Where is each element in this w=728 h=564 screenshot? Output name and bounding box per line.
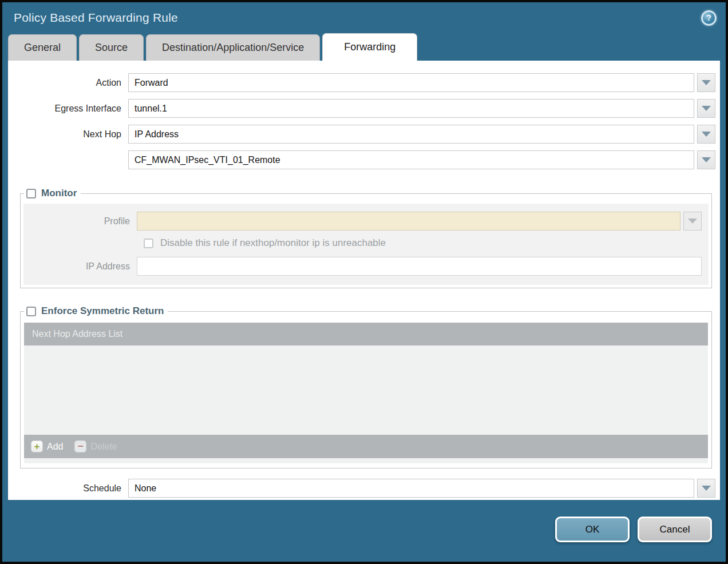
tab-forwarding[interactable]: Forwarding [322,33,417,61]
disable-rule-label: Disable this rule if nexthop/monitor ip … [160,237,386,249]
chevron-down-icon [702,132,711,137]
egress-interface-dropdown-button[interactable] [697,99,715,118]
symmetric-return-legend-label: Enforce Symmetric Return [41,305,164,317]
symmetric-return-legend: Enforce Symmetric Return [24,305,168,317]
symmetric-return-section: Enforce Symmetric Return Next Hop Addres… [20,305,712,468]
forwarding-tab-panel: Action Forward Egress Interface tunnel.1… [8,61,720,500]
next-hop-row: Next Hop IP Address [8,125,715,144]
chevron-down-icon [702,80,711,85]
cancel-button[interactable]: Cancel [638,517,712,542]
schedule-select[interactable]: None [128,479,694,498]
schedule-row: Schedule None [8,479,715,498]
monitor-legend: Monitor [24,188,81,199]
next-hop-address-dropdown-button[interactable] [697,150,715,169]
monitor-ip-input [137,257,702,276]
action-label: Action [8,78,128,88]
profile-dropdown-button [683,212,702,231]
profile-row: Profile [23,212,702,231]
table-header-label: Next Hop Address List [32,329,122,339]
chevron-down-icon [688,219,697,224]
minus-icon: − [74,440,86,452]
tab-bar: General Source Destination/Application/S… [2,33,726,61]
monitor-ip-row: IP Address [23,257,702,276]
next-hop-address-select[interactable]: CF_MWAN_IPsec_VTI_01_Remote [128,150,694,169]
dialog-footer: OK Cancel [2,517,712,542]
table-body-empty [24,345,708,435]
monitor-ip-label: IP Address [23,261,137,272]
egress-interface-select[interactable]: tunnel.1 [128,99,694,118]
action-dropdown-button[interactable] [697,73,715,92]
help-icon[interactable]: ? [701,10,717,26]
disable-rule-checkbox [144,239,153,248]
next-hop-type-select[interactable]: IP Address [128,125,694,144]
delete-button: − Delete [74,440,117,452]
action-row: Action Forward [8,73,715,92]
next-hop-label: Next Hop [8,129,128,140]
tab-destination-application-service[interactable]: Destination/Application/Service [146,34,320,61]
pbf-rule-dialog: Policy Based Forwarding Rule ? General S… [0,0,728,564]
next-hop-address-row: CF_MWAN_IPsec_VTI_01_Remote [8,150,715,169]
ok-button[interactable]: OK [555,517,630,542]
tab-source[interactable]: Source [79,34,144,61]
tab-general[interactable]: General [8,34,77,61]
action-select[interactable]: Forward [128,73,694,92]
dialog-titlebar: Policy Based Forwarding Rule ? [2,2,726,33]
profile-select [137,212,680,231]
table-footer: + Add − Delete [24,435,708,458]
chevron-down-icon [702,106,711,111]
chevron-down-icon [702,486,711,491]
monitor-section: Monitor Profile Disable this rule if nex… [20,188,712,288]
egress-interface-label: Egress Interface [8,104,128,114]
next-hop-address-list-table: Next Hop Address List + Add − Delete [24,323,708,463]
next-hop-dropdown-button[interactable] [697,125,715,144]
monitor-legend-label: Monitor [41,188,77,199]
add-button[interactable]: + Add [31,440,63,452]
schedule-label: Schedule [8,483,128,494]
table-header: Next Hop Address List [24,323,708,345]
dialog-title: Policy Based Forwarding Rule [14,11,178,25]
egress-interface-row: Egress Interface tunnel.1 [8,99,715,118]
monitor-checkbox[interactable] [26,189,36,198]
profile-label: Profile [23,216,137,227]
disable-rule-row: Disable this rule if nexthop/monitor ip … [144,237,702,249]
schedule-dropdown-button[interactable] [697,479,715,498]
chevron-down-icon [702,157,711,162]
enforce-symmetric-return-checkbox[interactable] [26,307,36,316]
plus-icon: + [31,440,43,452]
monitor-panel: Profile Disable this rule if nexthop/mon… [23,204,709,285]
